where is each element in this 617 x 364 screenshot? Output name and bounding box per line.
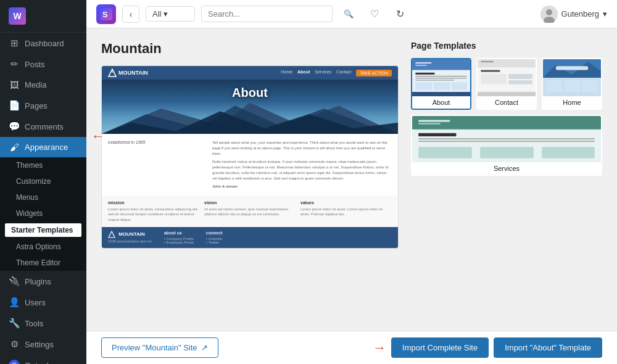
nav-link-services: Services (315, 70, 331, 77)
svg-rect-24 (478, 59, 536, 67)
svg-rect-15 (415, 73, 434, 75)
preview-pane: Mountain MOUNTAIN Home About Services Co… (101, 41, 399, 352)
template-card-home[interactable]: Home (542, 58, 602, 110)
preview-mission-col: mission Lorem ipsum dolor sit amet, cons… (108, 201, 199, 222)
svg-rect-40 (418, 120, 450, 122)
pages-icon: 📄 (9, 100, 20, 111)
topbar-search-button[interactable]: 🔍 (339, 4, 358, 24)
sidebar-item-posts[interactable]: ✏ Posts (0, 54, 86, 75)
template-home-label: Home (543, 96, 601, 109)
appearance-icon: 🖌 (9, 142, 20, 152)
sidebar-item-themes[interactable]: Themes (0, 157, 86, 173)
sidebar-item-astra-options[interactable]: Astra Options (0, 239, 86, 255)
appearance-submenu: Themes Customize Menus Widgets Starter T… (0, 157, 86, 271)
sidebar-brand-icon: W (9, 7, 26, 25)
footer-address: 1600 pennsylvania ave nw (108, 239, 152, 243)
preview-hero: About (102, 80, 398, 134)
topbar-user-menu[interactable]: Gutenberg ▾ (540, 6, 607, 23)
sidebar-item-widgets[interactable]: Widgets (0, 205, 86, 221)
svg-rect-25 (481, 61, 494, 62)
values-title: values (300, 201, 392, 205)
svg-rect-35 (546, 80, 562, 92)
topbar-brand-logo: S (96, 4, 116, 24)
footer-logo: MOUNTAIN (108, 231, 152, 238)
svg-rect-45 (418, 147, 472, 158)
nav-link-contact: Contact (336, 70, 351, 77)
preview-site-button[interactable]: Preview "Mountain" Site ↗ (101, 337, 218, 358)
preview-body-text-2: Nulla hendrerit metus at tincidunt trist… (212, 159, 392, 181)
preview-nav-logo: MOUNTAIN (108, 68, 148, 77)
svg-rect-46 (480, 147, 534, 158)
topbar-filter-dropdown[interactable]: All ▾ (146, 6, 195, 22)
topbar-favorites-button[interactable]: ♡ (365, 4, 384, 24)
topbar-refresh-button[interactable]: ↻ (391, 4, 410, 24)
mission-title: mission (108, 201, 199, 205)
sidebar-item-tools[interactable]: 🔧 Tools (0, 313, 86, 334)
svg-rect-42 (418, 133, 456, 136)
template-contact-label: Contact (478, 96, 536, 109)
svg-text:S: S (102, 10, 108, 19)
theme-editor-label: Theme Editor (16, 259, 60, 267)
sidebar-item-starter-templates[interactable]: Starter Templates (5, 223, 81, 237)
sidebar-item-theme-editor[interactable]: Theme Editor (0, 255, 86, 271)
sidebar-item-media[interactable]: 🖼 Media (0, 75, 86, 95)
svg-rect-14 (415, 65, 427, 66)
import-template-button[interactable]: Import "About" Template (494, 337, 602, 358)
sidebar-item-comments[interactable]: 💬 Comments (0, 116, 86, 137)
footer-connect-link-2: • Twitter (206, 241, 223, 244)
svg-rect-22 (412, 92, 470, 96)
users-icon: 👤 (9, 297, 20, 308)
starter-templates-label: Starter Templates (11, 226, 73, 234)
comments-icon: 💬 (9, 121, 20, 132)
sidebar-item-label: Media (25, 80, 46, 89)
import-arrow: → (373, 340, 386, 356)
svg-rect-20 (433, 82, 450, 90)
preview-values-col: values Lorem ipsum dolor sit amet. Lorem… (300, 201, 392, 222)
sidebar-item-label: Tools (25, 319, 43, 328)
sidebar-item-pages[interactable]: 📄 Pages (0, 95, 86, 116)
svg-rect-36 (564, 80, 580, 92)
sidebar-item-customize[interactable]: Customize (0, 173, 86, 189)
template-card-contact[interactable]: Contact (476, 58, 537, 110)
svg-marker-10 (109, 231, 115, 238)
template-card-home-img (543, 59, 601, 96)
sidebar-item-label: Users (25, 298, 46, 307)
page-title: Mountain (101, 41, 399, 57)
sidebar-item-label: Plugins (25, 277, 51, 286)
hero-text: About (232, 86, 268, 100)
footer-connect-col: connect • LinkedIn • Twitter (206, 231, 223, 244)
sidebar-logo: W (0, 0, 86, 33)
posts-icon: ✏ (9, 59, 20, 70)
footer-about-title: about us (164, 231, 194, 235)
bottombar: Preview "Mountain" Site ↗ → Import Compl… (86, 331, 617, 364)
template-card-services[interactable]: Services (411, 115, 602, 176)
svg-rect-41 (418, 123, 441, 124)
import-complete-site-button[interactable]: Import Complete Site (391, 337, 489, 358)
media-icon: 🖼 (9, 80, 20, 90)
preview-footer: MOUNTAIN 1600 pennsylvania ave nw about … (102, 227, 398, 248)
sidebar-item-settings[interactable]: ⚙ Settings (0, 334, 86, 355)
search-icon: 🔍 (344, 9, 354, 19)
topbar-back-button[interactable]: ‹ (122, 6, 139, 23)
template-card-about[interactable]: About (411, 58, 471, 110)
sidebar-item-plugins[interactable]: 🔌 Plugins (0, 271, 86, 292)
template-card-about-img (412, 59, 470, 96)
svg-rect-16 (415, 76, 467, 77)
sidebar-item-menus[interactable]: Menus (0, 189, 86, 205)
mountain-svg (102, 100, 398, 134)
footer-connect-title: connect (206, 231, 223, 235)
sidebar-item-users[interactable]: 👤 Users (0, 292, 86, 313)
preview-left-col: established in 1995 (108, 140, 207, 189)
sidebar-item-appearance[interactable]: 🖌 Appearance (0, 137, 86, 157)
topbar-search-input[interactable] (201, 6, 333, 22)
preview-nav: MOUNTAIN Home About Services Contact TAK… (102, 66, 398, 80)
heart-icon: ♡ (370, 8, 379, 20)
sidebar-item-dashboard[interactable]: ⊞ Dashboard (0, 33, 86, 54)
sidebar-item-label: Settings (25, 340, 54, 349)
sidebar-item-gutenberg[interactable]: G Gutenberg (0, 355, 86, 364)
template-card-contact-img (478, 59, 536, 96)
svg-rect-28 (508, 74, 532, 79)
footer-about-link-2: • Employee Portal (164, 241, 194, 244)
svg-rect-37 (582, 80, 598, 92)
svg-rect-29 (508, 80, 532, 84)
